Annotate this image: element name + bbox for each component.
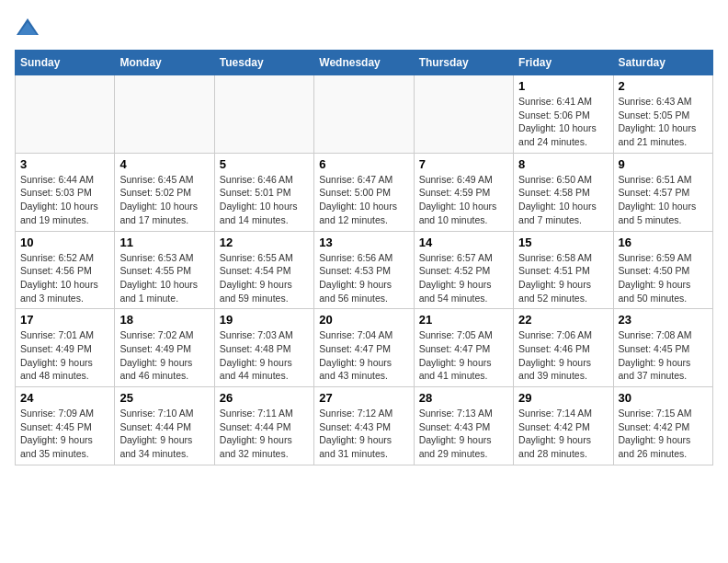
day-number: 11	[119, 236, 209, 249]
day-number: 7	[419, 157, 508, 171]
calendar-cell: 25Sunrise: 7:10 AM Sunset: 4:44 PM Dayli…	[115, 387, 214, 465]
day-number: 14	[419, 236, 508, 249]
calendar-cell: 26Sunrise: 7:11 AM Sunset: 4:44 PM Dayli…	[214, 387, 313, 465]
day-number: 12	[220, 236, 309, 249]
day-info: Sunrise: 7:12 AM Sunset: 4:43 PM Dayligh…	[319, 407, 408, 461]
week-row-4: 17Sunrise: 7:01 AM Sunset: 4:49 PM Dayli…	[16, 309, 713, 387]
day-number: 15	[518, 236, 608, 249]
calendar-cell	[314, 75, 414, 154]
calendar-cell: 29Sunrise: 7:14 AM Sunset: 4:42 PM Dayli…	[514, 387, 613, 465]
day-info: Sunrise: 6:51 AM Sunset: 4:57 PM Dayligh…	[619, 173, 708, 227]
day-info: Sunrise: 6:49 AM Sunset: 4:59 PM Dayligh…	[419, 173, 508, 227]
calendar-cell: 28Sunrise: 7:13 AM Sunset: 4:43 PM Dayli…	[414, 387, 513, 465]
day-info: Sunrise: 7:10 AM Sunset: 4:44 PM Dayligh…	[119, 407, 209, 461]
logo	[15, 15, 44, 40]
day-info: Sunrise: 6:50 AM Sunset: 4:58 PM Dayligh…	[518, 173, 608, 227]
calendar-cell: 3Sunrise: 6:44 AM Sunset: 5:03 PM Daylig…	[16, 153, 115, 231]
day-number: 13	[319, 236, 408, 249]
calendar-cell	[115, 75, 214, 154]
calendar-cell: 8Sunrise: 6:50 AM Sunset: 4:58 PM Daylig…	[514, 153, 613, 231]
calendar-cell: 22Sunrise: 7:06 AM Sunset: 4:46 PM Dayli…	[514, 309, 613, 387]
day-info: Sunrise: 6:45 AM Sunset: 5:02 PM Dayligh…	[119, 173, 209, 227]
header-tuesday: Tuesday	[214, 51, 313, 75]
day-info: Sunrise: 7:09 AM Sunset: 4:45 PM Dayligh…	[20, 407, 109, 461]
calendar-cell: 4Sunrise: 6:45 AM Sunset: 5:02 PM Daylig…	[115, 153, 214, 231]
day-number: 16	[619, 236, 708, 249]
day-number: 2	[619, 79, 708, 93]
day-number: 9	[619, 157, 708, 171]
day-number: 26	[220, 391, 309, 405]
day-number: 6	[319, 157, 408, 171]
calendar-cell	[214, 75, 313, 154]
calendar-cell: 10Sunrise: 6:52 AM Sunset: 4:56 PM Dayli…	[16, 231, 115, 309]
day-number: 4	[119, 157, 209, 171]
calendar-cell: 9Sunrise: 6:51 AM Sunset: 4:57 PM Daylig…	[613, 153, 712, 231]
day-number: 22	[518, 313, 608, 327]
day-info: Sunrise: 7:06 AM Sunset: 4:46 PM Dayligh…	[518, 328, 608, 383]
calendar-cell: 6Sunrise: 6:47 AM Sunset: 5:00 PM Daylig…	[314, 153, 414, 231]
calendar-cell: 17Sunrise: 7:01 AM Sunset: 4:49 PM Dayli…	[16, 309, 115, 387]
day-info: Sunrise: 7:04 AM Sunset: 4:47 PM Dayligh…	[319, 328, 408, 383]
calendar-cell: 24Sunrise: 7:09 AM Sunset: 4:45 PM Dayli…	[16, 387, 115, 465]
day-info: Sunrise: 6:43 AM Sunset: 5:05 PM Dayligh…	[619, 95, 708, 149]
week-row-1: 1Sunrise: 6:41 AM Sunset: 5:06 PM Daylig…	[16, 75, 713, 154]
calendar-cell: 14Sunrise: 6:57 AM Sunset: 4:52 PM Dayli…	[414, 231, 513, 309]
calendar-cell: 20Sunrise: 7:04 AM Sunset: 4:47 PM Dayli…	[314, 309, 414, 387]
day-info: Sunrise: 6:59 AM Sunset: 4:50 PM Dayligh…	[619, 251, 708, 305]
day-info: Sunrise: 7:13 AM Sunset: 4:43 PM Dayligh…	[419, 407, 508, 461]
week-row-5: 24Sunrise: 7:09 AM Sunset: 4:45 PM Dayli…	[16, 387, 713, 465]
calendar-cell	[16, 75, 115, 154]
header-wednesday: Wednesday	[314, 51, 414, 75]
day-info: Sunrise: 6:58 AM Sunset: 4:51 PM Dayligh…	[518, 251, 608, 305]
day-info: Sunrise: 6:57 AM Sunset: 4:52 PM Dayligh…	[419, 251, 508, 305]
calendar-cell: 1Sunrise: 6:41 AM Sunset: 5:06 PM Daylig…	[514, 75, 613, 154]
day-info: Sunrise: 7:05 AM Sunset: 4:47 PM Dayligh…	[419, 328, 508, 383]
calendar-cell: 13Sunrise: 6:56 AM Sunset: 4:53 PM Dayli…	[314, 231, 414, 309]
calendar-cell: 19Sunrise: 7:03 AM Sunset: 4:48 PM Dayli…	[214, 309, 313, 387]
day-number: 5	[220, 157, 309, 171]
day-number: 25	[119, 391, 209, 405]
page-header	[15, 15, 713, 40]
day-info: Sunrise: 6:56 AM Sunset: 4:53 PM Dayligh…	[319, 251, 408, 305]
calendar-cell: 21Sunrise: 7:05 AM Sunset: 4:47 PM Dayli…	[414, 309, 513, 387]
day-number: 27	[319, 391, 408, 405]
header-saturday: Saturday	[613, 51, 712, 75]
day-number: 29	[518, 391, 608, 405]
calendar-cell: 30Sunrise: 7:15 AM Sunset: 4:42 PM Dayli…	[613, 387, 712, 465]
day-info: Sunrise: 7:11 AM Sunset: 4:44 PM Dayligh…	[220, 407, 309, 461]
day-info: Sunrise: 7:15 AM Sunset: 4:42 PM Dayligh…	[619, 407, 708, 461]
week-row-2: 3Sunrise: 6:44 AM Sunset: 5:03 PM Daylig…	[16, 153, 713, 231]
day-number: 17	[20, 313, 109, 327]
day-number: 21	[419, 313, 508, 327]
day-number: 24	[20, 391, 109, 405]
calendar-body: 1Sunrise: 6:41 AM Sunset: 5:06 PM Daylig…	[16, 75, 713, 465]
day-number: 20	[319, 313, 408, 327]
header-thursday: Thursday	[414, 51, 513, 75]
day-info: Sunrise: 6:46 AM Sunset: 5:01 PM Dayligh…	[220, 173, 309, 227]
day-info: Sunrise: 6:44 AM Sunset: 5:03 PM Dayligh…	[20, 173, 109, 227]
calendar-cell: 12Sunrise: 6:55 AM Sunset: 4:54 PM Dayli…	[214, 231, 313, 309]
day-number: 3	[20, 157, 109, 171]
week-row-3: 10Sunrise: 6:52 AM Sunset: 4:56 PM Dayli…	[16, 231, 713, 309]
day-info: Sunrise: 7:14 AM Sunset: 4:42 PM Dayligh…	[518, 407, 608, 461]
day-number: 18	[119, 313, 209, 327]
calendar-cell: 27Sunrise: 7:12 AM Sunset: 4:43 PM Dayli…	[314, 387, 414, 465]
calendar-header-row: SundayMondayTuesdayWednesdayThursdayFrid…	[16, 51, 713, 75]
calendar-cell: 7Sunrise: 6:49 AM Sunset: 4:59 PM Daylig…	[414, 153, 513, 231]
day-info: Sunrise: 6:52 AM Sunset: 4:56 PM Dayligh…	[20, 251, 109, 305]
day-info: Sunrise: 6:41 AM Sunset: 5:06 PM Dayligh…	[518, 95, 608, 149]
day-number: 30	[619, 391, 708, 405]
calendar-table: SundayMondayTuesdayWednesdayThursdayFrid…	[15, 50, 713, 465]
calendar-cell: 16Sunrise: 6:59 AM Sunset: 4:50 PM Dayli…	[613, 231, 712, 309]
day-number: 8	[518, 157, 608, 171]
header-sunday: Sunday	[16, 51, 115, 75]
calendar-cell: 11Sunrise: 6:53 AM Sunset: 4:55 PM Dayli…	[115, 231, 214, 309]
calendar-cell: 5Sunrise: 6:46 AM Sunset: 5:01 PM Daylig…	[214, 153, 313, 231]
day-info: Sunrise: 6:53 AM Sunset: 4:55 PM Dayligh…	[119, 251, 209, 305]
calendar-cell: 2Sunrise: 6:43 AM Sunset: 5:05 PM Daylig…	[613, 75, 712, 154]
logo-icon	[15, 15, 40, 40]
calendar-cell: 15Sunrise: 6:58 AM Sunset: 4:51 PM Dayli…	[514, 231, 613, 309]
calendar-cell: 18Sunrise: 7:02 AM Sunset: 4:49 PM Dayli…	[115, 309, 214, 387]
day-info: Sunrise: 7:02 AM Sunset: 4:49 PM Dayligh…	[119, 328, 209, 383]
day-info: Sunrise: 6:55 AM Sunset: 4:54 PM Dayligh…	[220, 251, 309, 305]
